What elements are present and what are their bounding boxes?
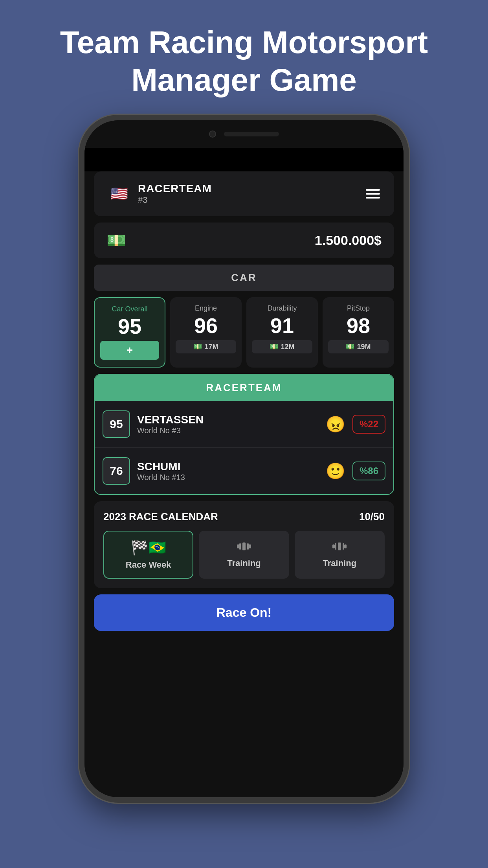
driver1-rating: 95: [103, 410, 130, 438]
page-header: Team Racing Motorsport Manager Game: [0, 0, 488, 115]
team-name: RACERTEAM: [138, 182, 212, 195]
calendar-items: 🏁🇧🇷 Race Week Training: [103, 531, 385, 579]
durability-value: 91: [252, 315, 312, 336]
money-bar: 💵 1.500.000$: [94, 223, 394, 258]
speaker-bar: [224, 132, 279, 136]
calendar-item-race-week[interactable]: 🏁🇧🇷 Race Week: [103, 531, 193, 579]
svg-rect-5: [338, 542, 341, 550]
hamburger-menu-button[interactable]: [366, 189, 380, 199]
team-flag: 🇺🇸: [108, 186, 130, 202]
driver-row-vertassen[interactable]: 95 VERTASSEN World No #3 😠 %22: [95, 401, 393, 448]
svg-rect-9: [344, 544, 347, 548]
car-section-label: CAR: [94, 265, 394, 291]
phone-notch: [84, 120, 404, 148]
driver2-rank: World No #13: [137, 473, 319, 482]
driver2-rating: 76: [103, 457, 130, 485]
team-section-header: RACERTEAM: [95, 375, 393, 401]
team-number: #3: [138, 195, 212, 205]
car-overall-label: Car Overall: [100, 305, 159, 313]
car-overall-value: 95: [100, 316, 159, 337]
svg-rect-8: [343, 543, 344, 550]
durability-card[interactable]: Durability 91 💵 12M: [246, 297, 318, 368]
car-stats-grid: Car Overall 95 + Engine 96 💵 17M Durabil…: [94, 297, 394, 368]
driver2-name: SCHUMI: [137, 460, 319, 473]
pitstop-value: 98: [328, 315, 389, 336]
engine-label: Engine: [176, 304, 236, 313]
pitstop-cost: 💵 19M: [328, 340, 389, 353]
phone-shell: 🇺🇸 RACERTEAM #3 💵 1.500.000$ CAR: [79, 115, 409, 803]
side-button-left1: [79, 199, 82, 230]
driver-row-schumi[interactable]: 76 SCHUMI World No #13 🙂 %86: [95, 448, 393, 494]
race-on-button[interactable]: Race On!: [94, 594, 394, 631]
engine-value: 96: [176, 315, 236, 336]
driver1-info: VERTASSEN World No #3: [137, 414, 319, 435]
status-bar: [84, 148, 404, 171]
svg-rect-3: [247, 543, 249, 550]
engine-cost: 💵 17M: [176, 340, 236, 353]
team-section: RACERTEAM 95 VERTASSEN World No #3 😠 %22…: [94, 374, 394, 495]
calendar-title: 2023 RACE CALENDAR: [103, 511, 218, 523]
header-bar: 🇺🇸 RACERTEAM #3: [94, 171, 394, 216]
driver1-rank: World No #3: [137, 426, 319, 435]
phone-screen: 🇺🇸 RACERTEAM #3 💵 1.500.000$ CAR: [84, 148, 404, 797]
race-week-icon: 🏁🇧🇷: [131, 539, 166, 556]
money-amount: 1.500.000$: [315, 233, 382, 248]
team-info: RACERTEAM #3: [138, 182, 212, 205]
money-icon-small3: 💵: [346, 342, 354, 351]
driver1-stamina: %22: [352, 415, 385, 434]
driver2-stamina: %86: [352, 462, 385, 480]
engine-card[interactable]: Engine 96 💵 17M: [170, 297, 242, 368]
race-week-label: Race Week: [126, 560, 171, 570]
calendar-header: 2023 RACE CALENDAR 10/50: [103, 511, 385, 523]
pitstop-cost-value: 19M: [357, 343, 371, 351]
pitstop-card[interactable]: PitStop 98 💵 19M: [323, 297, 394, 368]
car-overall-card[interactable]: Car Overall 95 +: [94, 297, 165, 368]
driver1-mood: 😠: [326, 415, 345, 434]
training2-icon: [332, 539, 347, 554]
side-button-left2: [79, 238, 82, 270]
durability-label: Durability: [252, 304, 312, 313]
camera-dot: [209, 131, 216, 138]
engine-cost-value: 17M: [204, 343, 218, 351]
training2-label: Training: [323, 558, 357, 568]
money-icon-small2: 💵: [270, 342, 278, 351]
driver2-mood: 🙂: [326, 462, 345, 480]
calendar-item-training1[interactable]: Training: [199, 531, 289, 579]
calendar-section: 2023 RACE CALENDAR 10/50 🏁🇧🇷 Race Week: [94, 501, 394, 588]
svg-rect-7: [335, 543, 336, 550]
car-upgrade-button[interactable]: +: [100, 341, 159, 360]
driver1-name: VERTASSEN: [137, 414, 319, 426]
svg-rect-6: [332, 544, 335, 548]
durability-cost: 💵 12M: [252, 340, 312, 353]
header-left: 🇺🇸 RACERTEAM #3: [108, 182, 212, 205]
training1-label: Training: [227, 558, 261, 568]
svg-rect-2: [239, 543, 241, 550]
page-title: Team Racing Motorsport Manager Game: [0, 24, 488, 99]
pitstop-label: PitStop: [328, 304, 389, 313]
training1-icon: [236, 539, 252, 554]
money-icon: 💵: [106, 231, 126, 250]
svg-rect-0: [242, 542, 246, 550]
svg-rect-1: [237, 544, 239, 548]
durability-cost-value: 12M: [281, 343, 294, 351]
money-icon-small: 💵: [193, 342, 202, 351]
side-button-right: [406, 219, 409, 266]
svg-rect-4: [249, 544, 251, 548]
driver2-info: SCHUMI World No #13: [137, 460, 319, 482]
calendar-item-training2[interactable]: Training: [295, 531, 385, 579]
calendar-progress: 10/50: [359, 511, 385, 523]
